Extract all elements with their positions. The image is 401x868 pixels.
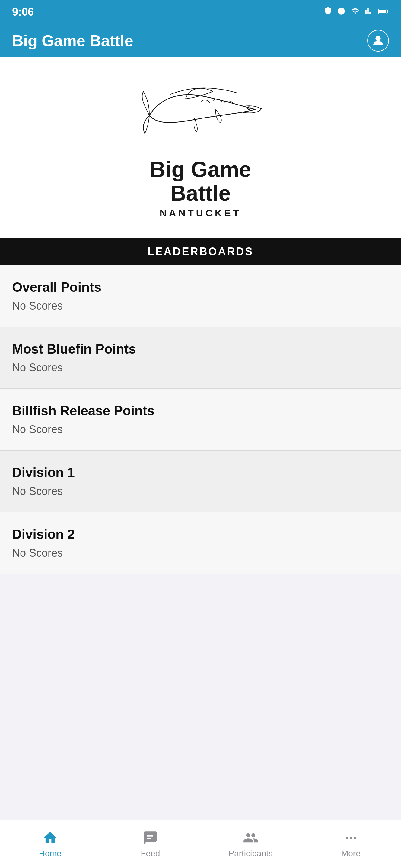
section-title-division2: Division 2 bbox=[12, 527, 389, 542]
section-title-billfish: Billfish Release Points bbox=[12, 403, 389, 418]
status-time: 9:06 bbox=[12, 6, 34, 19]
section-title-bluefin: Most Bluefin Points bbox=[12, 341, 389, 356]
section-score-division1: No Scores bbox=[12, 485, 389, 498]
bottom-nav: Home Feed Participants More bbox=[0, 820, 401, 868]
svg-point-0 bbox=[338, 7, 345, 14]
battery-icon bbox=[378, 7, 389, 17]
nav-label-more: More bbox=[341, 849, 361, 858]
leaderboard-section-overall[interactable]: Overall Points No Scores bbox=[0, 265, 401, 327]
section-score-billfish: No Scores bbox=[12, 423, 389, 436]
nav-item-feed[interactable]: Feed bbox=[100, 820, 200, 868]
status-bar: 9:06 bbox=[0, 0, 401, 24]
signal-icon bbox=[365, 7, 373, 18]
more-icon bbox=[343, 830, 359, 846]
leaderboard-section-division2[interactable]: Division 2 No Scores bbox=[0, 513, 401, 574]
logo-container: Big GameBattle NANTUCKET bbox=[134, 76, 267, 219]
status-icons bbox=[324, 6, 389, 18]
leaderboard-section-billfish[interactable]: Billfish Release Points No Scores bbox=[0, 389, 401, 451]
logo-text-main: Big GameBattle bbox=[150, 158, 251, 205]
svg-point-6 bbox=[248, 107, 250, 109]
logo-fish-svg bbox=[134, 76, 267, 155]
leaderboard-section-bluefin[interactable]: Most Bluefin Points No Scores bbox=[0, 327, 401, 389]
nav-label-home: Home bbox=[39, 849, 62, 858]
leaderboards-title: LEADERBOARDS bbox=[147, 245, 254, 258]
nav-item-more[interactable]: More bbox=[301, 820, 401, 868]
circle-icon bbox=[337, 7, 345, 18]
wifi-icon bbox=[350, 7, 360, 18]
svg-rect-3 bbox=[387, 10, 388, 13]
participants-icon bbox=[243, 830, 259, 846]
nav-label-participants: Participants bbox=[228, 849, 273, 858]
logo-area: Big GameBattle NANTUCKET bbox=[0, 57, 401, 238]
section-title-division1: Division 1 bbox=[12, 465, 389, 480]
shield-icon bbox=[324, 6, 332, 18]
nav-label-feed: Feed bbox=[141, 849, 160, 858]
feed-icon bbox=[142, 830, 158, 846]
section-title-overall: Overall Points bbox=[12, 280, 389, 295]
section-score-division2: No Scores bbox=[12, 547, 389, 559]
profile-button[interactable] bbox=[367, 30, 389, 52]
leaderboard-section-division1[interactable]: Division 1 No Scores bbox=[0, 451, 401, 513]
section-score-overall: No Scores bbox=[12, 300, 389, 312]
app-title: Big Game Battle bbox=[12, 32, 133, 50]
section-score-bluefin: No Scores bbox=[12, 361, 389, 374]
logo-text-sub: NANTUCKET bbox=[160, 208, 241, 219]
nav-item-home[interactable]: Home bbox=[0, 820, 100, 868]
svg-rect-2 bbox=[379, 10, 385, 13]
app-header: Big Game Battle bbox=[0, 24, 401, 57]
leaderboards-header: LEADERBOARDS bbox=[0, 238, 401, 265]
home-icon bbox=[42, 830, 58, 846]
svg-point-4 bbox=[376, 36, 380, 41]
nav-item-participants[interactable]: Participants bbox=[201, 820, 301, 868]
